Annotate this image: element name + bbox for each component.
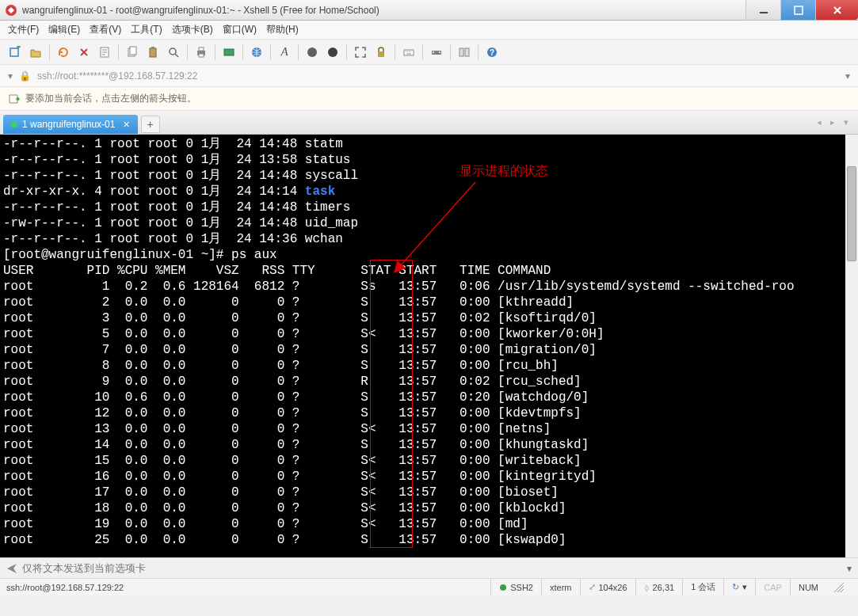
open-button[interactable] xyxy=(27,44,44,61)
lock-button[interactable] xyxy=(372,44,390,61)
svg-rect-1 xyxy=(760,12,768,13)
svg-rect-2 xyxy=(795,6,803,14)
window-buttons xyxy=(746,0,858,20)
status-sessions: 1 会话 xyxy=(682,579,723,595)
connection-status-icon xyxy=(11,121,17,127)
color2-button[interactable] xyxy=(324,44,341,61)
status-cursor: ⎀ 26,31 xyxy=(635,579,683,595)
menu-help[interactable]: 帮助(H) xyxy=(266,23,299,36)
send-icon[interactable] xyxy=(6,563,17,574)
svg-point-27 xyxy=(500,584,506,591)
menu-edit[interactable]: 编辑(E) xyxy=(48,23,80,36)
svg-point-21 xyxy=(439,51,440,53)
session-tab[interactable]: 1 wangruifenglinux-01 × xyxy=(3,115,138,134)
minimize-button[interactable] xyxy=(746,0,780,20)
status-term: xterm xyxy=(541,579,580,595)
status-size: ⤢ 104x26 xyxy=(580,579,635,595)
reconnect-button[interactable] xyxy=(55,44,72,61)
toolbar: A ? xyxy=(0,40,858,65)
svg-rect-18 xyxy=(404,50,414,55)
svg-rect-11 xyxy=(199,48,204,51)
add-tab-button[interactable]: + xyxy=(141,116,160,133)
svg-rect-17 xyxy=(378,51,384,57)
tunneling-button[interactable] xyxy=(428,44,445,61)
arrow-add-icon[interactable] xyxy=(8,93,21,105)
lock-icon: 🔒 xyxy=(19,70,31,82)
tab-nav[interactable]: ◂ ▸ ▾ xyxy=(817,117,852,127)
menu-window[interactable]: 窗口(W) xyxy=(223,23,257,36)
svg-rect-23 xyxy=(465,48,469,56)
help-button[interactable]: ? xyxy=(483,44,501,61)
tab-label: 1 wangruifenglinux-01 xyxy=(22,119,115,130)
svg-point-15 xyxy=(307,48,317,57)
font-button[interactable]: A xyxy=(276,44,293,61)
status-ssh: SSH2 xyxy=(490,579,541,595)
svg-rect-22 xyxy=(460,48,463,56)
status-bar: ssh://root@192.168.57.129:22 SSH2 xterm … xyxy=(0,578,858,595)
tab-close-icon[interactable]: × xyxy=(123,118,129,131)
svg-rect-8 xyxy=(151,47,154,49)
fullscreen-button[interactable] xyxy=(352,44,369,61)
info-bar: 要添加当前会话，点击左侧的箭头按钮。 xyxy=(0,87,858,111)
maximize-button[interactable] xyxy=(780,0,815,20)
svg-point-16 xyxy=(328,48,337,57)
address-dropdown-icon[interactable]: ▾ xyxy=(8,70,13,82)
menu-file[interactable]: 文件(F) xyxy=(8,23,39,36)
globe-button[interactable] xyxy=(248,44,265,61)
new-session-button[interactable] xyxy=(6,44,24,61)
properties-button[interactable] xyxy=(96,44,113,61)
status-cap: CAP xyxy=(755,579,790,595)
svg-rect-13 xyxy=(224,49,234,55)
svg-rect-3 xyxy=(10,48,18,56)
address-url[interactable]: ssh://root:********@192.168.57.129:22 xyxy=(37,70,839,82)
titlebar: wangruifenglinux-01 - root@wangruifengli… xyxy=(0,0,858,21)
window-title: wangruifenglinux-01 - root@wangruifengli… xyxy=(22,5,746,16)
find-button[interactable] xyxy=(165,44,182,61)
send-input[interactable] xyxy=(22,561,842,576)
svg-rect-12 xyxy=(199,54,204,57)
xftp-button[interactable] xyxy=(220,44,238,61)
svg-point-20 xyxy=(433,51,434,53)
address-menu-icon[interactable]: ▾ xyxy=(845,70,850,82)
annotation-label: 显示进程的状态 xyxy=(460,163,548,179)
menu-view[interactable]: 查看(V) xyxy=(90,23,121,36)
info-text: 要添加当前会话，点击左侧的箭头按钮。 xyxy=(25,92,196,105)
send-bar: ▾ xyxy=(0,557,858,578)
keyboard-button[interactable] xyxy=(400,44,418,61)
paste-button[interactable] xyxy=(144,44,162,61)
svg-point-9 xyxy=(170,48,176,55)
app-icon xyxy=(5,4,17,17)
menu-tools[interactable]: 工具(T) xyxy=(131,23,162,36)
terminal-output: -r--r--r--. 1 root root 0 1月 24 14:48 st… xyxy=(3,136,855,548)
menubar: 文件(F) 编辑(E) 查看(V) 工具(T) 选项卡(B) 窗口(W) 帮助(… xyxy=(0,21,858,40)
svg-rect-6 xyxy=(130,47,136,55)
copy-button[interactable] xyxy=(124,44,141,61)
scrollbar-thumb[interactable] xyxy=(847,166,856,261)
svg-text:?: ? xyxy=(490,48,494,57)
status-reconnect[interactable]: ↻ ▾ xyxy=(723,579,755,595)
address-bar: ▾ 🔒 ssh://root:********@192.168.57.129:2… xyxy=(0,65,858,87)
status-connection: ssh://root@192.168.57.129:22 xyxy=(6,583,490,592)
terminal-scrollbar[interactable] xyxy=(845,135,858,557)
close-button[interactable] xyxy=(815,0,858,20)
annotation-box xyxy=(370,260,413,548)
send-options-icon[interactable]: ▾ xyxy=(847,563,852,574)
disconnect-button[interactable] xyxy=(75,44,93,61)
print-button[interactable] xyxy=(193,44,210,61)
terminal[interactable]: -r--r--r--. 1 root root 0 1月 24 14:48 st… xyxy=(0,135,858,557)
layout-button[interactable] xyxy=(456,44,473,61)
color1-button[interactable] xyxy=(303,44,321,61)
status-num: NUM xyxy=(790,579,826,595)
tab-bar: 1 wangruifenglinux-01 × + ◂ ▸ ▾ xyxy=(0,111,858,135)
svg-rect-7 xyxy=(150,48,156,57)
status-resize-grip[interactable] xyxy=(826,579,852,595)
menu-tabs[interactable]: 选项卡(B) xyxy=(172,23,213,36)
